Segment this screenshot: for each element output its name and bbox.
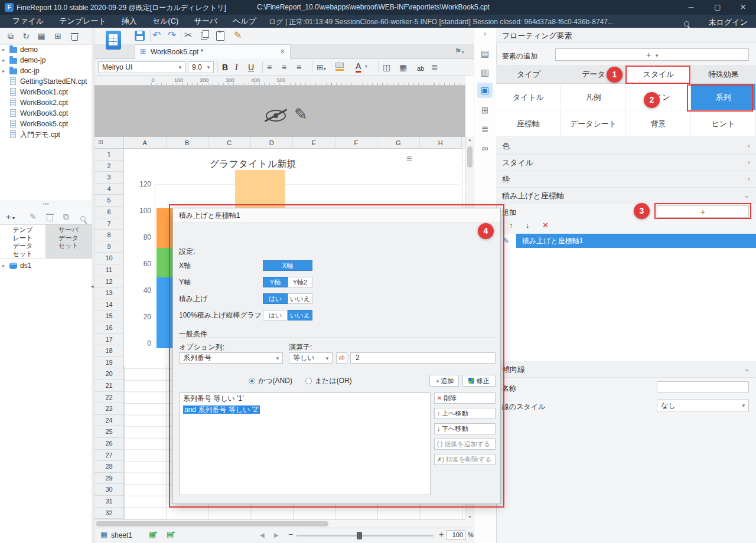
stack-axis-list-item-selected[interactable]: 積み上げと座標軸1 xyxy=(516,234,756,248)
floating-element-icon-selected[interactable]: ▣ xyxy=(477,83,493,98)
row-header-6[interactable]: 6 xyxy=(94,207,124,218)
view-mode-icon[interactable]: ▦ xyxy=(35,30,47,42)
italic-button[interactable]: I xyxy=(235,61,238,73)
borders-icon[interactable]: ⊞▾ xyxy=(317,61,326,75)
cell-element-icon[interactable]: ▤ xyxy=(474,48,496,59)
fill-color-icon[interactable] xyxy=(335,63,344,68)
delete-item-icon[interactable]: ✕ xyxy=(542,221,549,230)
row-header-22[interactable]: 22 xyxy=(94,392,124,404)
cut-icon[interactable]: ✂ xyxy=(184,30,192,41)
zoom-slider-handle[interactable] xyxy=(357,532,362,539)
menu-item-2[interactable]: テンプレート xyxy=(51,15,114,28)
switch-directory-icon[interactable]: ⧉ xyxy=(5,30,17,42)
zoom-value-input[interactable]: 100 xyxy=(447,530,465,540)
scroll-down-icon[interactable]: ▼ xyxy=(468,515,472,519)
delete-dataset-icon[interactable] xyxy=(44,212,56,224)
sheet-tab-label[interactable]: sheet1 xyxy=(111,531,132,539)
prev-sheet-icon[interactable]: ◀ xyxy=(260,532,265,538)
row-header-12[interactable]: 12 xyxy=(94,276,124,288)
tree-item-7[interactable]: WorkBook3.cpt xyxy=(0,108,92,119)
zoom-slider-track[interactable] xyxy=(296,535,434,537)
column-header-E[interactable]: E xyxy=(293,137,335,149)
row-header-13[interactable]: 13 xyxy=(94,287,124,299)
sheet-corner-cell[interactable]: ⊞ xyxy=(94,137,124,149)
tree-item-6[interactable]: WorkBook2.cpt xyxy=(0,97,92,108)
row-header-31[interactable]: 31 xyxy=(94,496,124,508)
insert-chart-sheet-icon[interactable]: ▤+ xyxy=(167,530,177,539)
section-スタイル[interactable]: スタイル‹ xyxy=(496,155,756,171)
expand-icon[interactable]: ▸ xyxy=(2,66,5,76)
row-header-11[interactable]: 11 xyxy=(94,264,124,276)
dataset-item-ds1[interactable]: ▸ ds1 xyxy=(0,260,92,272)
cell-attributes-icon[interactable]: ▥ xyxy=(474,67,496,78)
hide-element-icon[interactable] xyxy=(266,110,286,122)
row-header-4[interactable]: 4 xyxy=(94,184,124,195)
close-tab-icon[interactable]: ✕ xyxy=(280,48,285,55)
section-枠[interactable]: 枠‹ xyxy=(496,171,756,188)
paste-icon[interactable] xyxy=(216,31,224,41)
insert-grid-sheet-icon[interactable]: ▦+ xyxy=(149,530,159,539)
template-icon[interactable] xyxy=(106,31,121,50)
menu-item-3[interactable]: 挿入 xyxy=(114,15,145,28)
document-tab[interactable]: ⊞ WorkBook5.cpt * ✕ xyxy=(135,44,291,59)
tab-server-datasets[interactable]: サーバデータセット xyxy=(46,224,92,259)
condition-attributes-icon[interactable]: ≣ xyxy=(474,124,496,135)
expand-icon[interactable]: ▸ xyxy=(2,44,5,55)
row-header-1[interactable]: 1 xyxy=(94,149,124,161)
horizontal-scroll-thumb[interactable] xyxy=(96,521,328,526)
row-header-19[interactable]: 19 xyxy=(94,357,124,369)
move-down-icon[interactable]: ↓ xyxy=(526,221,530,230)
copy-icon[interactable] xyxy=(201,32,207,40)
shrink-text-icon[interactable]: ab xyxy=(417,63,424,74)
refresh-icon[interactable]: ↻ xyxy=(20,30,32,42)
format-painter-icon[interactable]: ✎ xyxy=(234,30,242,41)
row-header-21[interactable]: 21 xyxy=(94,380,124,392)
subtab-座標軸[interactable]: 座標軸 xyxy=(496,110,561,137)
column-header-D[interactable]: D xyxy=(251,137,294,149)
subtab-タイトル[interactable]: タイトル xyxy=(496,84,561,110)
column-header-C[interactable]: C xyxy=(208,137,251,149)
tree-item-1[interactable]: ▸demo xyxy=(0,44,92,55)
next-sheet-icon[interactable]: ▶ xyxy=(274,532,279,538)
menu-item-6[interactable]: ヘルプ xyxy=(225,15,264,28)
row-header-26[interactable]: 26 xyxy=(94,438,124,450)
line-style-select[interactable]: なし▼ xyxy=(657,400,749,411)
bold-button[interactable]: B xyxy=(222,61,228,73)
undo-icon[interactable]: ↶ xyxy=(152,29,161,41)
font-family-select[interactable]: Meiryo UI▼ xyxy=(98,61,185,73)
save-icon[interactable] xyxy=(135,31,145,41)
widget-settings-icon[interactable]: ⊞ xyxy=(474,105,496,116)
move-up-icon[interactable]: ↑ xyxy=(509,221,513,230)
row-header-28[interactable]: 28 xyxy=(94,461,124,473)
row-header-3[interactable]: 3 xyxy=(94,172,124,184)
scroll-up-icon[interactable]: ▲ xyxy=(468,138,472,142)
row-header-23[interactable]: 23 xyxy=(94,403,124,415)
tree-item-9[interactable]: 入門デモ.cpt xyxy=(0,129,92,140)
align-center-icon[interactable]: ≡ xyxy=(282,61,286,73)
tree-item-8[interactable]: WorkBook5.cpt xyxy=(0,119,92,129)
horizontal-scrollbar[interactable] xyxy=(94,519,465,528)
delete-template-icon[interactable] xyxy=(69,32,80,44)
close-button[interactable]: ✕ xyxy=(731,0,755,15)
row-header-16[interactable]: 16 xyxy=(94,322,124,334)
row-header-25[interactable]: 25 xyxy=(94,426,124,438)
font-size-select[interactable]: 9.0▼ xyxy=(188,61,214,73)
column-header-H[interactable]: H xyxy=(420,137,462,149)
row-header-5[interactable]: 5 xyxy=(94,195,124,207)
subtab-背景[interactable]: 背景 xyxy=(626,110,691,137)
chart-menu-icon[interactable]: ≡ xyxy=(406,153,412,164)
tree-item-3[interactable]: ▸doc-jp xyxy=(0,66,92,76)
add-element-select[interactable]: ＋ ▼ xyxy=(555,48,749,61)
collapse-left-panel-icon[interactable]: ◂ xyxy=(91,283,94,289)
row-header-30[interactable]: 30 xyxy=(94,484,124,496)
new-folder-icon[interactable]: ⊞ xyxy=(52,30,64,42)
section-積み上げと座標軸[interactable]: 積み上げと座標軸⌄ xyxy=(496,188,756,204)
row-header-17[interactable]: 17 xyxy=(94,334,124,346)
zoom-in-icon[interactable]: ＋ xyxy=(437,529,445,540)
maximize-button[interactable]: ▢ xyxy=(706,0,729,15)
merge-cells-icon[interactable]: ◫ xyxy=(383,61,390,73)
minimize-button[interactable]: ─ xyxy=(679,0,703,15)
vertical-text-icon[interactable]: ≣ xyxy=(431,61,438,73)
underline-button[interactable]: U xyxy=(248,61,254,73)
subtab-ヒント[interactable]: ヒント xyxy=(691,110,756,137)
